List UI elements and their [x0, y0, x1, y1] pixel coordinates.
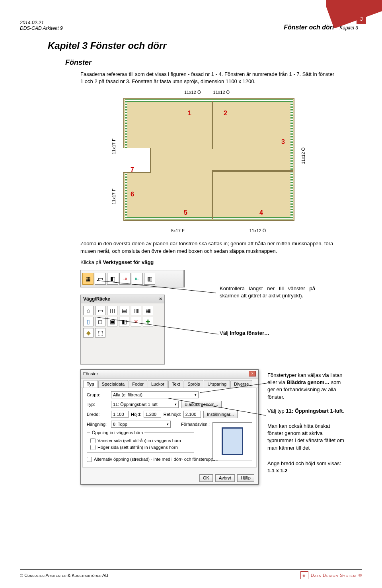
registered-mark: ® [359, 573, 362, 578]
wall-tool-icon[interactable]: ◆ [83, 328, 94, 338]
fp-interior-wall [212, 170, 293, 172]
label-group: Grupp: [87, 392, 109, 397]
ok-button[interactable]: OK [199, 474, 213, 482]
corner-ribbon [326, 0, 382, 28]
text-bold: 11: Öppningsbart 1-luft [286, 408, 343, 414]
input-refheight[interactable] [183, 411, 201, 418]
panel-body: ⌂ ▭ ◫ ▤ ▥ ▦ ▯ ◻ ▣ ◧ ✕ ✚ ◆ ⬚ [81, 303, 164, 340]
toolbar-screenshot: ▦ ▭ ◧ ⇥ ⇤ ▥ Vägg/Räcke × ⌂ ▭ ◫ ▤ ▥ ▦ ▯ ◻… [80, 270, 315, 365]
fp-right-label: 11x12 Ö [301, 147, 306, 164]
checkbox-input[interactable] [90, 445, 96, 450]
paragraph-click-toolset: Klicka på Verktygsset för vägg [80, 259, 334, 266]
page-footer: © Consultec Arkitekter & Konstruktörer A… [20, 569, 362, 579]
side-note-choose-type: Välj typ 11: Öppningsbart 1-luft. [267, 408, 347, 415]
input-height[interactable] [144, 411, 161, 418]
wall-tool-icon[interactable]: ▭ [95, 306, 105, 315]
dialog-title: Fönster [83, 371, 98, 376]
side-note-dimensions: Ange bredd och höjd som visas: 1.1 x 1.2 [267, 460, 347, 474]
checkbox-left-side[interactable]: Vänster sida (sett utifrån) in i väggens… [90, 438, 191, 443]
dialog-close-button[interactable]: × [249, 371, 256, 376]
wall-tool-icon[interactable]: ▤ [119, 306, 129, 315]
toolbar-strip: ▦ ▭ ◧ ⇥ ⇤ ▥ [80, 270, 184, 287]
panel-title-text: Vägg/Räcke [83, 296, 110, 302]
wall-tool-panel: Vägg/Räcke × ⌂ ▭ ◫ ▤ ▥ ▦ ▯ ◻ ▣ ◧ ✕ ✚ ◆ ⬚ [80, 295, 165, 365]
fp-number: 5 [184, 209, 187, 216]
fp-number: 1 [188, 110, 191, 117]
label-height: Höjd: [131, 412, 141, 417]
footer-company: Consultec Arkitekter & Konstruktörer AB [24, 573, 108, 578]
help-button[interactable]: Hjälp [237, 474, 254, 482]
fp-wall-insulation [290, 99, 293, 219]
fp-cutout [123, 148, 151, 173]
label-hanging: Hängning: [87, 422, 109, 427]
dialog-titlebar: Fönster × [81, 370, 258, 378]
paragraph-intro: Fasaderna refereras till som det visas i… [80, 71, 334, 85]
text-bold: Bläddra genom… [286, 379, 329, 385]
fp-number: 2 [224, 110, 227, 117]
combo-type[interactable]: 11: Öppningsbart 1-luft [111, 401, 179, 408]
footer-brand: Data Design System [311, 573, 356, 578]
combo-hanging[interactable]: 8: Topp [111, 421, 171, 428]
insert-window-icon[interactable]: ▯ [83, 317, 94, 326]
text-bold: 1.1 x 1.2 [267, 468, 288, 474]
wall-tool-icon[interactable]: ⌂ [83, 306, 94, 315]
checkbox-input[interactable] [87, 457, 92, 462]
checkbox-right-side[interactable]: Höger sida (sett utifrån) in i väggens h… [90, 445, 191, 450]
input-width[interactable] [111, 411, 129, 418]
dialog-button-row: OK Avbryt Hjälp [199, 474, 254, 482]
checkbox-label: Vänster sida (sett utifrån) in i väggens… [97, 438, 181, 443]
label-width: Bredd: [87, 412, 109, 417]
text: Ange bredd och höjd som visas: [267, 460, 341, 466]
toolbar-icon[interactable]: ▥ [144, 273, 155, 285]
fp-outer-wall: 1 2 3 4 5 6 7 [123, 98, 294, 221]
panel-titlebar: Vägg/Räcke × [81, 295, 164, 303]
text-bold: Verktygsset för vägg [103, 259, 154, 265]
dialog-preview [212, 422, 252, 460]
dialog-body: Grupp: Alla (ej filtrerat) Typ: 11: Öppn… [82, 388, 257, 468]
dialog-tab[interactable]: Ursparing [204, 380, 230, 388]
toolbar-icon[interactable]: ⇤ [132, 273, 143, 285]
cancel-button[interactable]: Avbryt [215, 474, 235, 482]
copyright-symbol: © [20, 573, 24, 578]
fp-bottom-labels: 5x17 F 11x12 Ö [127, 228, 298, 233]
settings-button[interactable]: Inställningar... [203, 411, 238, 418]
fp-number: 6 [131, 191, 134, 198]
combo-group[interactable]: Alla (ej filtrerat) [111, 391, 199, 398]
footer-left: © Consultec Arkitekter & Konstruktörer A… [20, 573, 108, 578]
label-type: Typ: [87, 402, 109, 407]
fp-interior-wall [212, 170, 213, 219]
dialog-tab[interactable]: Luckor [148, 380, 168, 388]
header-date: 2014.02.21 [20, 20, 63, 25]
fieldset-legend: Öppning in i väggens hörn [90, 430, 144, 435]
wall-tool-icon[interactable]: ⬚ [95, 328, 105, 338]
dialog-tab[interactable]: Spröjs [184, 380, 203, 388]
checkbox-input[interactable] [90, 438, 96, 443]
footer-right: ◈ Data Design System ® [300, 571, 362, 579]
fp-top-labels: 11x12 Ö 11x12 Ö [111, 90, 302, 95]
preview-window-icon [222, 427, 243, 455]
browse-button[interactable]: Bläddra genom... [181, 401, 222, 408]
dialog-window: Fönster × Typ Specialdata Foder Luckor T… [80, 369, 259, 485]
dialog-tab[interactable]: Specialdata [98, 380, 129, 388]
grid-toggle-icon[interactable]: ▦ [82, 273, 94, 285]
checkbox-label: Höger sida (sett utifrån) in i väggens h… [97, 445, 178, 450]
wall-tool-icon[interactable]: ▦ [143, 306, 153, 315]
toolbar-icon[interactable]: ▭ [95, 273, 106, 285]
wall-tool-icon[interactable]: ▥ [131, 306, 141, 315]
text: Klicka på [80, 259, 103, 265]
wall-tool-icon[interactable]: ◫ [107, 306, 117, 315]
fp-left-label: 11x17 F [111, 189, 116, 205]
paragraph-zoom: Zooma in den översta delen av planen där… [80, 240, 334, 254]
fp-label: 11x12 Ö [184, 90, 201, 95]
toolbar-icon[interactable]: ◧ [107, 273, 118, 285]
panel-close-icon[interactable]: × [159, 296, 162, 302]
dialog-tab[interactable]: Text [168, 380, 183, 388]
fp-wall-insulation [125, 217, 293, 219]
floorplan-figure: 11x12 Ö 11x12 Ö 1 2 3 4 5 6 7 11x12 Ö 11… [111, 90, 302, 233]
dialog-tab-typ[interactable]: Typ [83, 380, 98, 388]
page-header: 2014.02.21 DDS-CAD Arkitekt 9 Fönster oc… [20, 20, 358, 32]
fp-number: 4 [259, 209, 263, 216]
fp-left-label: 11x17 F [111, 139, 116, 155]
dialog-tabs: Typ Specialdata Foder Luckor Text Spröjs… [81, 378, 258, 388]
dialog-tab[interactable]: Foder [129, 380, 147, 388]
